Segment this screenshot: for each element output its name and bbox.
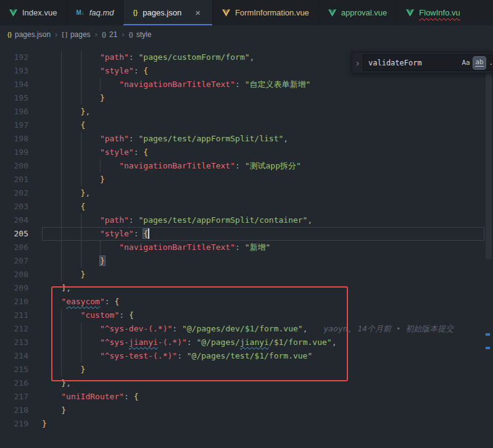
line-number[interactable]: 208 [0, 268, 28, 281]
line-number[interactable]: 193 [0, 64, 28, 78]
line-number[interactable]: 207 [0, 254, 28, 268]
code-line-195[interactable]: 195} [0, 91, 493, 105]
code-token: "自定义表单新增" [245, 80, 311, 89]
line-number[interactable]: 204 [0, 214, 28, 227]
code-token: ] [61, 283, 66, 292]
scrollbar-thumb[interactable] [486, 56, 492, 259]
tab-faq-md[interactable]: M↓faq.md [67, 0, 123, 25]
line-number[interactable]: 216 [0, 376, 28, 390]
code-line-208[interactable]: 208} [0, 268, 493, 281]
code-token: , [332, 338, 337, 347]
code-line-216[interactable]: 216}, [0, 376, 493, 390]
line-number[interactable]: 201 [0, 173, 28, 186]
tab-pages-json[interactable]: {}pages.json× [123, 0, 212, 25]
code-line-209[interactable]: 209], [0, 281, 493, 295]
code-line-207[interactable]: 207} [0, 254, 493, 268]
line-number[interactable]: 214 [0, 349, 28, 363]
line-number[interactable]: 192 [0, 51, 28, 64]
line-number[interactable]: 210 [0, 295, 28, 309]
indent-guide [81, 349, 100, 363]
code-line-200[interactable]: 200"navigationBarTitleText": "测试app拆分" [0, 159, 493, 173]
code-line-205[interactable]: 205"style": { [0, 227, 493, 241]
line-number[interactable]: 206 [0, 241, 28, 254]
line-number[interactable]: 203 [0, 200, 28, 214]
code-line-219[interactable]: 219} [0, 417, 493, 431]
code-token: jianyi [129, 338, 158, 347]
code-line-210[interactable]: 210"easycom": { [0, 295, 493, 309]
breadcrumb-item-pages[interactable]: [ ]pages [62, 30, 90, 39]
code-line-202[interactable]: 202}, [0, 186, 493, 200]
code-line-201[interactable]: 201} [0, 173, 493, 186]
code-content: } [42, 404, 66, 417]
line-number[interactable]: 202 [0, 186, 28, 200]
code-content: "navigationBarTitleText": "新增" [42, 241, 270, 254]
tab-index-vue[interactable]: Index.vue [0, 0, 67, 25]
line-number[interactable]: 213 [0, 336, 28, 349]
code-content: } [42, 91, 105, 105]
code-line-197[interactable]: 197{ [0, 118, 493, 132]
tab-label: pages.json [143, 8, 181, 17]
code-token: : [235, 80, 245, 89]
code-token: { [143, 147, 148, 157]
breadcrumb-item-style[interactable]: {}style [129, 30, 152, 39]
line-number[interactable]: 196 [0, 105, 28, 118]
code-line-212[interactable]: 212"^sys-dev-(.*)": "@/pages/dev/$1/form… [0, 322, 493, 336]
indent-guide [61, 173, 80, 186]
indent-guide [81, 173, 100, 186]
line-number[interactable]: 197 [0, 118, 28, 132]
code-line-196[interactable]: 196}, [0, 105, 493, 118]
code-line-203[interactable]: 203{ [0, 200, 493, 214]
line-number[interactable]: 198 [0, 132, 28, 146]
find-input[interactable]: validateForm Aa ab .* [363, 54, 493, 71]
line-number[interactable]: 194 [0, 78, 28, 91]
line-number[interactable]: 199 [0, 146, 28, 159]
symbol-icon: {} [102, 31, 106, 38]
indent-guide [42, 268, 61, 281]
breadcrumb-item-21[interactable]: {}21 [102, 30, 117, 39]
whole-word-button[interactable]: ab [473, 57, 486, 69]
line-number[interactable]: 217 [0, 390, 28, 404]
tab-forminformation-vue[interactable]: FormInformation.vue [213, 0, 319, 25]
code-content: "custom": { [42, 309, 134, 322]
line-number[interactable]: 219 [0, 417, 28, 431]
regex-button[interactable]: .* [487, 57, 493, 69]
code-line-206[interactable]: 206"navigationBarTitleText": "新增" [0, 241, 493, 254]
code-line-194[interactable]: 194"navigationBarTitleText": "自定义表单新增" [0, 78, 493, 91]
line-number[interactable]: 195 [0, 91, 28, 105]
indent-guide [81, 322, 100, 336]
indent-guide [61, 132, 80, 146]
line-number[interactable]: 211 [0, 309, 28, 322]
overview-ruler-mark [486, 333, 490, 336]
line-number[interactable]: 212 [0, 322, 28, 336]
scrollbar[interactable] [484, 43, 493, 448]
code-line-215[interactable]: 215} [0, 363, 493, 376]
line-number[interactable]: 209 [0, 281, 28, 295]
close-icon[interactable]: × [193, 7, 203, 18]
code-line-214[interactable]: 214"^sys-test-(.*)": "@/pages/test/$1/fo… [0, 349, 493, 363]
tab-flowinfo-vu[interactable]: FlowInfo.vu [397, 0, 493, 25]
code-token: "custom" [81, 310, 120, 320]
code-line-204[interactable]: 204"path": "pages/test/appFormSplit/cont… [0, 214, 493, 227]
line-number[interactable]: 218 [0, 404, 28, 417]
breadcrumb-item-pages-json[interactable]: {}pages.json [7, 30, 51, 39]
line-number[interactable]: 200 [0, 159, 28, 173]
indent-guide [42, 214, 61, 227]
code-line-211[interactable]: 211"custom": { [0, 309, 493, 322]
tab-approval-vue[interactable]: approval.vue [319, 0, 397, 25]
code-line-218[interactable]: 218} [0, 404, 493, 417]
code-content: }, [42, 105, 90, 118]
match-case-button[interactable]: Aa [460, 57, 472, 69]
indent-guide [42, 376, 61, 390]
find-expand-chevron-icon[interactable]: › [352, 52, 363, 73]
indent-guide [42, 254, 61, 268]
code-content: } [42, 254, 105, 268]
line-number[interactable]: 205 [0, 227, 28, 241]
code-token: : [119, 310, 129, 320]
code-line-199[interactable]: 199"style": { [0, 146, 493, 159]
line-number[interactable]: 215 [0, 363, 28, 376]
code-line-198[interactable]: 198"path": "pages/test/appFormSplit/list… [0, 132, 493, 146]
code-line-217[interactable]: 217"uniIdRouter": { [0, 390, 493, 404]
code-token: { [143, 66, 148, 75]
code-line-213[interactable]: 213"^sys-jianyi-(.*)": "@/pages/jianyi/$… [0, 336, 493, 349]
code-token: , [250, 52, 255, 62]
